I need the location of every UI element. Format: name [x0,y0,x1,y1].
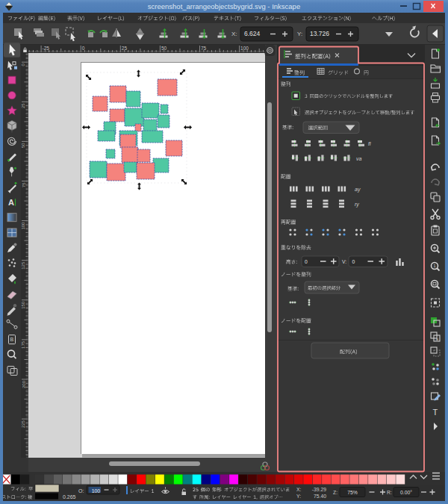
svg-text:0: 0 [82,46,85,51]
svg-text:0: 0 [305,259,308,264]
svg-text:75.40: 75.40 [314,494,326,499]
svg-text:1: 1 [434,264,436,268]
svg-text:6.624: 6.624 [244,30,261,37]
svg-text:Z:: Z: [333,490,337,495]
svg-text:150: 150 [22,301,26,309]
svg-text:V:: V: [342,259,346,264]
svg-text:R:: R: [387,490,392,495]
svg-text:75: 75 [22,182,26,187]
svg-text:-25: -25 [43,46,50,51]
svg-text:13.726: 13.726 [310,30,329,37]
svg-text:25: 25 [22,103,26,108]
svg-text:-39.29: -39.29 [312,487,326,492]
svg-text:ay: ay [355,187,361,193]
svg-text:100: 100 [240,46,249,51]
svg-text:100: 100 [92,488,101,494]
svg-text:50: 50 [161,46,167,51]
svg-text:225: 225 [22,420,26,428]
svg-text:175: 175 [22,340,26,349]
svg-text:125: 125 [22,261,26,270]
svg-text:0: 0 [352,259,355,264]
svg-text:B: B [10,337,14,342]
svg-text:50: 50 [22,143,26,148]
svg-text:T: T [433,408,438,417]
svg-text:screenshot_arrangeobjectsbygri: screenshot_arrangeobjectsbygrid.svg - In… [148,2,300,10]
svg-text:A: A [8,198,14,207]
svg-text:100: 100 [22,222,26,230]
svg-text:200: 200 [22,380,26,388]
svg-text:Y:: Y: [296,494,301,499]
svg-text:0.00°: 0.00° [400,490,412,495]
svg-text:75: 75 [201,46,207,51]
svg-text:75%: 75% [347,490,358,495]
svg-text:0.265: 0.265 [63,494,76,500]
svg-text:fl: fl [368,141,371,146]
svg-text:X:: X: [296,487,302,492]
svg-text:Y:: Y: [297,31,302,37]
svg-text:ry: ry [355,202,359,208]
svg-text:va: va [356,156,362,161]
svg-text:O:: O: [78,488,84,494]
svg-text:25: 25 [122,46,128,51]
svg-text:X:: X: [231,31,237,37]
